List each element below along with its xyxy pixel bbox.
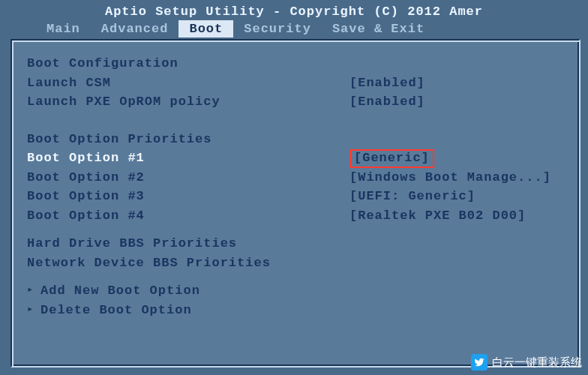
boot-option-3-row[interactable]: Boot Option #3 [UEFI: Generic]	[27, 187, 564, 206]
boot-option-3-value: [UEFI: Generic]	[350, 187, 564, 206]
bios-screen: Aptio Setup Utility - Copyright (C) 2012…	[0, 0, 588, 375]
delete-boot-option-row[interactable]: Delete Boot Option	[27, 301, 564, 320]
bios-panel: Boot Configuration Launch CSM [Enabled] …	[10, 39, 580, 368]
launch-csm-row[interactable]: Launch CSM [Enabled]	[27, 74, 564, 93]
selected-highlight: [Generic]	[350, 149, 434, 168]
network-bbs-label: Network Device BBS Priorities	[27, 254, 350, 273]
boot-option-4-label: Boot Option #4	[27, 206, 350, 226]
launch-csm-value: [Enabled]	[350, 74, 564, 93]
add-boot-option-label: Add New Boot Option	[40, 281, 200, 301]
watermark: 白云一键重装系统	[471, 354, 582, 370]
watermark-icon	[471, 354, 488, 370]
delete-boot-option-label: Delete Boot Option	[40, 301, 192, 320]
launch-pxe-value: [Enabled]	[350, 92, 564, 112]
boot-option-2-label: Boot Option #2	[27, 168, 350, 188]
launch-csm-label: Launch CSM	[27, 74, 350, 93]
network-bbs-row[interactable]: Network Device BBS Priorities	[27, 254, 564, 273]
bios-title: Aptio Setup Utility - Copyright (C) 2012…	[0, 0, 588, 20]
launch-pxe-label: Launch PXE OpROM policy	[27, 92, 350, 112]
launch-pxe-row[interactable]: Launch PXE OpROM policy [Enabled]	[27, 92, 564, 112]
tab-advanced[interactable]: Advanced	[91, 20, 179, 38]
boot-option-1-row[interactable]: Boot Option #1 [Generic]	[27, 148, 564, 168]
boot-option-3-label: Boot Option #3	[27, 187, 350, 206]
boot-option-4-row[interactable]: Boot Option #4 [Realtek PXE B02 D00]	[27, 206, 564, 226]
add-boot-option-row[interactable]: Add New Boot Option	[27, 281, 564, 301]
tab-security[interactable]: Security	[233, 20, 322, 38]
boot-option-4-value: [Realtek PXE B02 D00]	[350, 206, 564, 226]
boot-config-header: Boot Configuration	[27, 54, 564, 74]
hard-drive-bbs-label: Hard Drive BBS Priorities	[27, 234, 350, 254]
boot-option-1-value: [Generic]	[350, 148, 564, 168]
tab-save-exit[interactable]: Save & Exit	[322, 20, 435, 38]
bios-tab-row: Main Advanced Boot Security Save & Exit	[0, 20, 588, 38]
boot-option-2-row[interactable]: Boot Option #2 [Windows Boot Manage...]	[27, 168, 564, 188]
boot-option-1-label: Boot Option #1	[27, 148, 350, 168]
watermark-text: 白云一键重装系统	[492, 356, 582, 370]
tab-boot[interactable]: Boot	[178, 20, 233, 38]
boot-priorities-header: Boot Option Priorities	[27, 130, 564, 149]
hard-drive-bbs-row[interactable]: Hard Drive BBS Priorities	[27, 234, 564, 254]
tab-main[interactable]: Main	[36, 20, 91, 38]
boot-option-2-value: [Windows Boot Manage...]	[350, 168, 564, 188]
